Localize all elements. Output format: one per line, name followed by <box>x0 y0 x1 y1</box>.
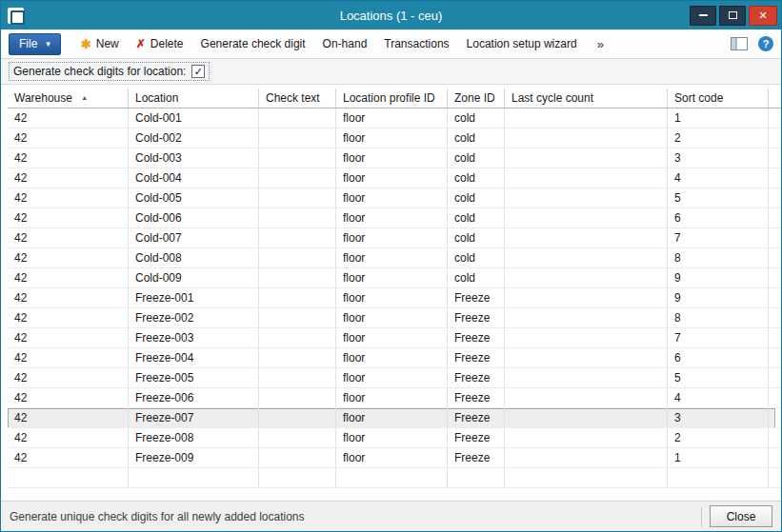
column-header-location-profile-id[interactable]: Location profile ID <box>336 89 448 108</box>
table-row[interactable]: 42Cold-004floorcold4 <box>8 168 775 188</box>
table-cell <box>259 148 336 168</box>
table-cell: 5 <box>668 188 769 208</box>
table-cell-filler <box>769 128 782 148</box>
table-cell: Cold-002 <box>129 128 259 148</box>
table-cell <box>505 348 668 368</box>
new-star-icon: ✱ <box>81 37 91 51</box>
grid-header: Warehouse ▲ Location Check text Location… <box>8 89 775 108</box>
table-cell: Freeze-002 <box>129 308 259 328</box>
help-button[interactable]: ? <box>758 36 773 51</box>
maximize-icon <box>729 11 737 19</box>
delete-button[interactable]: ✗ Delete <box>128 32 192 55</box>
table-cell: 42 <box>8 268 129 288</box>
transactions-label: Transactions <box>384 37 449 50</box>
file-menu-label: File <box>19 37 37 50</box>
table-row[interactable]: 42Freeze-002floorFreeze8 <box>8 308 775 328</box>
table-row[interactable]: 42Cold-003floorcold3 <box>8 148 775 168</box>
file-menu-button[interactable]: File ▾ <box>9 33 61 55</box>
generate-check-digit-button[interactable]: Generate check digit <box>192 32 314 55</box>
generate-check-digits-option: Generate check digits for location: ✓ <box>9 62 210 81</box>
column-header-warehouse-label: Warehouse <box>14 91 72 105</box>
on-hand-button[interactable]: On-hand <box>314 32 376 55</box>
table-row[interactable]: 42Cold-007floorcold7 <box>8 228 775 248</box>
table-cell <box>505 248 668 268</box>
table-cell: 7 <box>668 328 769 348</box>
close-button[interactable]: Close <box>710 505 772 527</box>
toolbar: File ▾ ✱ New ✗ Delete Generate check dig… <box>1 30 781 59</box>
minimize-button[interactable] <box>690 6 716 26</box>
table-row[interactable]: 42Cold-009floorcold9 <box>8 268 775 288</box>
table-cell: floor <box>336 268 448 288</box>
column-header-last-cycle-count[interactable]: Last cycle count <box>505 89 668 108</box>
table-cell: 42 <box>8 328 129 348</box>
table-row-new[interactable] <box>8 468 775 488</box>
table-row[interactable]: 42Freeze-009floorFreeze1 <box>8 448 775 468</box>
column-header-sort-code[interactable]: Sort code <box>668 89 769 108</box>
table-cell: floor <box>336 288 448 308</box>
help-icon: ? <box>763 38 770 49</box>
close-window-button[interactable]: ✕ <box>749 6 777 26</box>
table-cell-filler <box>769 188 782 208</box>
table-cell: Freeze-003 <box>129 328 259 348</box>
column-header-location[interactable]: Location <box>129 89 259 108</box>
table-cell: Cold-001 <box>129 108 259 128</box>
options-bar: Generate check digits for location: ✓ <box>1 59 781 85</box>
generate-check-digits-checkbox[interactable]: ✓ <box>191 65 205 78</box>
table-cell: Freeze <box>448 408 505 428</box>
column-header-filler <box>769 89 782 108</box>
table-cell <box>259 468 336 488</box>
table-cell: Freeze-009 <box>129 448 259 468</box>
table-cell-filler <box>769 168 782 188</box>
table-row[interactable]: 42Cold-008floorcold8 <box>8 248 775 268</box>
table-cell-filler <box>769 348 782 368</box>
chevron-down-icon: ▾ <box>46 39 50 49</box>
table-row[interactable]: 42Cold-006floorcold6 <box>8 208 775 228</box>
statusbar: Generate unique check digits for all new… <box>1 501 781 531</box>
maximize-button[interactable] <box>719 6 746 26</box>
table-cell <box>505 368 668 388</box>
table-row[interactable]: 42Cold-001floorcold1 <box>8 108 775 128</box>
delete-button-label: Delete <box>150 37 184 50</box>
table-cell: Cold-005 <box>129 188 259 208</box>
table-cell: floor <box>336 428 448 448</box>
table-row[interactable]: 42Freeze-007floorFreeze3 <box>8 408 775 428</box>
location-setup-wizard-button[interactable]: Location setup wizard <box>458 32 586 55</box>
location-setup-wizard-label: Location setup wizard <box>467 37 577 50</box>
minimize-icon <box>699 14 708 16</box>
table-cell: cold <box>448 228 505 248</box>
table-cell <box>505 328 668 348</box>
table-cell-filler <box>769 148 782 168</box>
table-cell: 3 <box>668 148 769 168</box>
toolbar-overflow-button[interactable]: » <box>592 32 610 55</box>
table-row[interactable]: 42Freeze-006floorFreeze4 <box>8 388 775 408</box>
table-row[interactable]: 42Freeze-005floorFreeze5 <box>8 368 775 388</box>
column-header-warehouse[interactable]: Warehouse ▲ <box>8 89 129 108</box>
table-cell <box>259 248 336 268</box>
table-row[interactable]: 42Freeze-003floorFreeze7 <box>8 328 775 348</box>
layout-panel-icon[interactable] <box>731 37 748 50</box>
app-icon[interactable] <box>8 8 24 24</box>
table-cell: floor <box>336 348 448 368</box>
new-button-label: New <box>96 37 119 50</box>
table-row[interactable]: 42Freeze-001floorFreeze9 <box>8 288 775 308</box>
transactions-button[interactable]: Transactions <box>375 32 457 55</box>
table-cell: 8 <box>668 308 769 328</box>
column-header-check-text[interactable]: Check text <box>259 89 336 108</box>
table-cell: floor <box>336 408 448 428</box>
table-cell: 7 <box>668 228 769 248</box>
titlebar[interactable]: Locations (1 - ceu) ✕ <box>1 1 781 30</box>
table-row[interactable]: 42Freeze-004floorFreeze6 <box>8 348 775 368</box>
table-cell: cold <box>448 108 505 128</box>
table-cell: floor <box>336 168 448 188</box>
table-row[interactable]: 42Cold-002floorcold2 <box>8 128 775 148</box>
table-row[interactable]: 42Freeze-008floorFreeze2 <box>8 428 775 448</box>
table-cell: 4 <box>668 168 769 188</box>
window-controls: ✕ <box>690 6 777 26</box>
table-cell: cold <box>448 268 505 288</box>
table-cell: floor <box>336 188 448 208</box>
table-cell: floor <box>336 448 448 468</box>
column-header-zone-id[interactable]: Zone ID <box>448 89 505 108</box>
table-cell <box>259 188 336 208</box>
new-button[interactable]: ✱ New <box>72 32 128 55</box>
table-row[interactable]: 42Cold-005floorcold5 <box>8 188 775 208</box>
